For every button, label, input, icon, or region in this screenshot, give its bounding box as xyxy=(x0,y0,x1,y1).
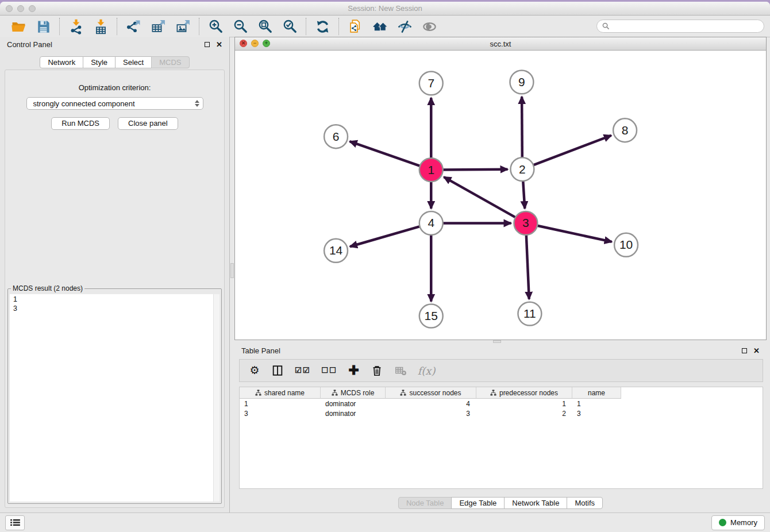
select-all-columns-icon[interactable]: ☑☑ xyxy=(295,363,310,378)
export-table-icon[interactable] xyxy=(149,18,167,35)
search-input[interactable] xyxy=(613,22,759,30)
clone-network-icon[interactable] xyxy=(346,18,364,35)
graph-node-2[interactable]: 2 xyxy=(510,157,534,181)
cell-mcds-role[interactable]: dominator xyxy=(321,410,386,418)
cell-predecessor-nodes[interactable]: 1 xyxy=(476,400,572,408)
cell-successor-nodes[interactable]: 3 xyxy=(386,410,476,418)
graph-node-11[interactable]: 11 xyxy=(518,302,541,326)
column-header-mcds-role[interactable]: MCDS role xyxy=(321,387,386,399)
graph-edge-2-3[interactable] xyxy=(523,181,525,209)
export-image-icon[interactable] xyxy=(174,18,191,35)
graph-edge-4-14[interactable] xyxy=(350,226,420,246)
import-table-icon[interactable] xyxy=(92,18,109,35)
memory-button[interactable]: Memory xyxy=(711,515,765,530)
graph-node-7[interactable]: 7 xyxy=(419,71,443,95)
tab-motifs[interactable]: Motifs xyxy=(567,497,603,509)
tab-network-table[interactable]: Network Table xyxy=(504,497,567,509)
tab-network[interactable]: Network xyxy=(40,56,83,68)
float-panel-icon[interactable] xyxy=(205,42,210,47)
graph-edge-3-1[interactable] xyxy=(444,177,515,217)
graph-node-15[interactable]: 15 xyxy=(419,304,443,328)
zoom-window-button[interactable] xyxy=(29,5,36,12)
frame-close-icon[interactable]: ✕ xyxy=(240,40,247,47)
graph-edge-1-2[interactable] xyxy=(443,169,508,170)
delete-row-icon[interactable] xyxy=(371,363,383,378)
vertical-split-handle[interactable] xyxy=(230,263,234,278)
open-session-icon[interactable] xyxy=(10,18,27,35)
graph-node-6[interactable]: 6 xyxy=(324,125,348,148)
graph-node-14[interactable]: 14 xyxy=(324,239,348,263)
table-settings-icon[interactable]: ⚙ xyxy=(249,363,260,378)
node-table-header: shared name MCDS role successor nodes pr… xyxy=(240,387,763,399)
graph-node-8[interactable]: 8 xyxy=(613,118,637,142)
float-table-panel-icon[interactable] xyxy=(742,348,747,353)
header-filler xyxy=(621,387,763,399)
cell-name[interactable]: 3 xyxy=(572,410,621,418)
close-table-panel-icon[interactable]: ✕ xyxy=(753,347,760,354)
run-mcds-button[interactable]: Run MCDS xyxy=(51,117,110,130)
cell-successor-nodes[interactable]: 4 xyxy=(386,400,476,408)
optimization-criterion-label: Optimization criterion: xyxy=(5,83,224,92)
zoom-in-icon[interactable] xyxy=(207,18,224,35)
network-view-frame: ✕ − + scc.txt 7968124314101511 xyxy=(234,37,767,340)
zoom-out-icon[interactable] xyxy=(232,18,249,35)
tab-mcds[interactable]: MCDS xyxy=(151,56,189,68)
frame-minimize-icon[interactable]: − xyxy=(251,40,259,47)
column-header-successor-nodes[interactable]: successor nodes xyxy=(386,387,476,399)
mcds-result-textarea[interactable]: 1 3 xyxy=(10,294,220,502)
graph-edge-1-6[interactable] xyxy=(350,141,420,166)
close-panel-icon[interactable]: ✕ xyxy=(216,41,222,48)
tab-style[interactable]: Style xyxy=(83,56,116,68)
first-neighbors-icon[interactable] xyxy=(371,18,388,35)
graph-node-3[interactable]: 3 xyxy=(514,211,537,235)
tab-node-table[interactable]: Node Table xyxy=(398,497,452,509)
table-panel: Table Panel ✕ ⚙ ☑☑ ☐☐ ✚ f(x) xyxy=(234,343,767,513)
tab-edge-table[interactable]: Edge Table xyxy=(451,497,505,509)
network-graph: 7968124314101511 xyxy=(235,51,766,340)
cell-shared-name[interactable]: 3 xyxy=(240,410,321,418)
search-box[interactable] xyxy=(596,20,764,33)
minimize-window-button[interactable] xyxy=(17,5,24,12)
graph-edge-3-10[interactable] xyxy=(537,226,612,242)
optimization-criterion-select[interactable]: strongly connected component xyxy=(26,97,203,110)
column-header-predecessor-nodes[interactable]: predecessor nodes xyxy=(476,387,572,399)
graph-edge-2-8[interactable] xyxy=(533,136,611,165)
hierarchy-icon xyxy=(332,390,338,396)
add-row-icon[interactable]: ✚ xyxy=(348,363,360,378)
save-session-icon[interactable] xyxy=(34,18,52,35)
close-window-button[interactable] xyxy=(6,5,13,12)
cell-mcds-role[interactable]: dominator xyxy=(321,400,386,408)
table-row[interactable]: 3 dominator 3 2 3 xyxy=(240,408,763,418)
close-panel-button[interactable]: Close panel xyxy=(118,117,178,130)
zoom-selected-icon[interactable] xyxy=(281,18,298,35)
graph-node-4[interactable]: 4 xyxy=(419,211,443,235)
import-network-icon[interactable] xyxy=(67,18,84,35)
network-canvas[interactable]: 7968124314101511 xyxy=(235,51,766,340)
deselect-all-columns-icon[interactable]: ☐☐ xyxy=(321,363,337,378)
graph-node-10[interactable]: 10 xyxy=(614,233,638,257)
graph-edge-3-11[interactable] xyxy=(526,235,529,299)
hide-graphics-details-icon[interactable] xyxy=(396,18,413,35)
zoom-fit-icon[interactable] xyxy=(256,18,274,35)
cell-shared-name[interactable]: 1 xyxy=(240,400,321,408)
table-toolbar: ⚙ ☑☑ ☐☐ ✚ f(x) xyxy=(239,359,763,382)
cell-predecessor-nodes[interactable]: 2 xyxy=(476,410,572,418)
apply-layout-icon[interactable] xyxy=(314,18,331,35)
frame-zoom-icon[interactable]: + xyxy=(263,40,270,47)
column-header-shared-name[interactable]: shared name xyxy=(240,387,321,399)
graph-node-9[interactable]: 9 xyxy=(510,70,533,94)
cell-name[interactable]: 1 xyxy=(572,400,621,408)
graph-edge-2-9[interactable] xyxy=(522,97,522,157)
task-history-button[interactable] xyxy=(5,515,25,530)
memory-label: Memory xyxy=(730,518,757,527)
column-header-name[interactable]: name xyxy=(572,387,621,399)
graph-node-1[interactable]: 1 xyxy=(419,158,443,182)
table-row[interactable]: 1 dominator 4 1 1 xyxy=(240,399,763,408)
table-tabs: Node Table Edge Table Network Table Moti… xyxy=(234,497,767,509)
main-toolbar xyxy=(0,16,770,37)
show-columns-icon[interactable] xyxy=(271,363,284,378)
show-graphics-details-icon[interactable] xyxy=(421,18,438,35)
export-network-icon[interactable] xyxy=(125,18,142,35)
tab-select[interactable]: Select xyxy=(115,56,152,68)
result-scrollbar[interactable] xyxy=(213,294,220,502)
